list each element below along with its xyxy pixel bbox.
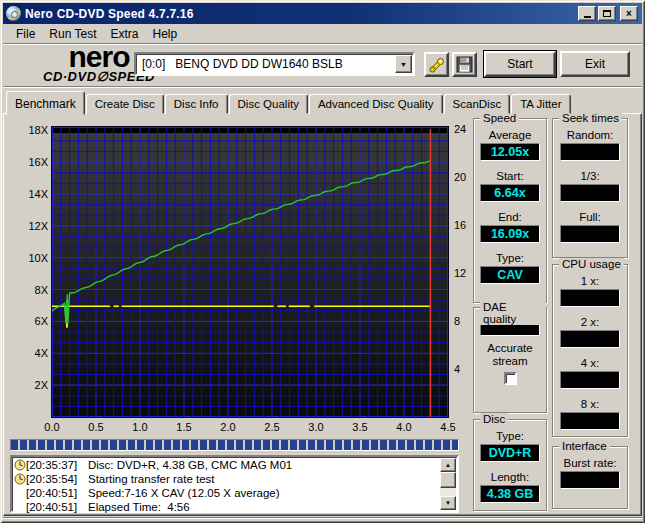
random-seek-label: Random: [567, 129, 614, 143]
chevron-down-icon: ▼ [400, 61, 407, 68]
log-box[interactable]: [20:35:37] Disc: DVD+R, 4.38 GB, CMC MAG… [10, 455, 459, 513]
y-axis-left-tick: 10X [18, 252, 48, 264]
menu-help[interactable]: Help [146, 25, 185, 43]
exit-button-label: Exit [585, 57, 605, 71]
status-bar [3, 517, 642, 519]
full-seek-value [560, 225, 620, 243]
drive-selector-combo[interactable]: [0:0] BENQ DVD DD DW1640 BSLB ▼ [134, 52, 415, 76]
cpu-usage-panel: CPU usage 1 x: 2 x: 4 x: 8 x: [552, 264, 628, 437]
cpu-4x-value [560, 371, 620, 389]
log-row: [20:40:51] Elapsed Time: 4:56 [12, 500, 457, 513]
save-button[interactable] [452, 52, 477, 77]
average-speed-value: 12.05x [480, 143, 540, 161]
y-axis-left-tick: 18X [18, 124, 48, 136]
disc-length-value: 4.38 GB [480, 485, 540, 503]
start-button-label: Start [507, 57, 532, 71]
random-seek-value [560, 143, 620, 161]
log-message: Elapsed Time: 4:56 [88, 501, 190, 513]
x-axis-tick: 1.5 [171, 421, 197, 433]
cpu-4x-label: 4 x: [581, 357, 600, 371]
end-speed-value: 16.09x [480, 225, 540, 243]
log-message: Disc: DVD+R, 4.38 GB, CMC MAG M01 [88, 459, 292, 471]
y-axis-left-tick: 4X [18, 347, 48, 359]
tab-create-disc[interactable]: Create Disc [86, 94, 164, 114]
minimize-button[interactable] [578, 6, 596, 21]
x-axis-tick: 0.0 [39, 421, 65, 433]
cpu-2x-value [560, 330, 620, 348]
third-seek-value [560, 184, 620, 202]
log-row: [20:40:51] Speed:7-16 X CAV (12.05 X ave… [12, 486, 457, 499]
x-axis-tick: 0.5 [83, 421, 109, 433]
drive-selector-value: [0:0] BENQ DVD DD DW1640 BSLB [142, 57, 343, 71]
tab-strip: Benchmark Create Disc Disc Info Disc Qua… [6, 90, 572, 114]
y-axis-left-tick: 12X [18, 220, 48, 232]
log-timestamp: [20:35:54] [26, 473, 88, 485]
save-icon [456, 56, 473, 73]
menu-file[interactable]: File [9, 25, 42, 43]
close-button[interactable]: × [620, 6, 638, 21]
cpu-1x-label: 1 x: [581, 275, 600, 289]
cpu-1x-value [560, 289, 620, 307]
log-scrollbar[interactable]: ▲ ▼ [440, 458, 456, 510]
log-timestamp: [20:40:51] [26, 501, 88, 513]
speed-panel: Speed Average 12.05x Start: 6.64x End: 1… [473, 118, 547, 303]
scroll-down-button[interactable]: ▼ [440, 496, 456, 510]
tab-disc-info[interactable]: Disc Info [165, 94, 228, 114]
speed-type-value: CAV [480, 266, 540, 284]
maximize-button[interactable] [598, 6, 616, 21]
average-label: Average [489, 129, 532, 143]
scrollbar-thumb[interactable] [440, 472, 456, 488]
clock-icon [14, 473, 26, 485]
start-speed-value: 6.64x [480, 184, 540, 202]
x-axis-tick: 4.5 [435, 421, 461, 433]
dae-quality-panel: DAE quality Accuratestream [473, 307, 547, 413]
separator [3, 86, 642, 88]
test-progress-bar [10, 439, 459, 451]
title-bar[interactable]: Nero CD-DVD Speed 4.7.7.16 × [3, 3, 642, 24]
disc-panel: Disc Type: DVD+R Length: 4.38 GB [473, 419, 547, 511]
y-axis-left-tick: 2X [18, 379, 48, 391]
disc-length-label: Length: [491, 471, 529, 485]
arrow-up-icon: ▲ [445, 462, 451, 468]
window-title: Nero CD-DVD Speed 4.7.7.16 [25, 7, 194, 21]
end-label: End: [498, 211, 522, 225]
tab-ta-jitter[interactable]: TA Jitter [511, 94, 570, 114]
accurate-stream-label: Accuratestream [487, 342, 532, 368]
disc-type-label: Type: [496, 430, 524, 444]
app-window: Nero CD-DVD Speed 4.7.7.16 × File Run Te… [0, 0, 645, 523]
combo-dropdown-button[interactable]: ▼ [395, 55, 412, 73]
x-axis-tick: 3.0 [303, 421, 329, 433]
y-axis-left-tick: 8X [18, 284, 48, 296]
x-axis-tick: 1.0 [127, 421, 153, 433]
third-seek-label: 1/3: [580, 170, 599, 184]
accurate-stream-checkbox[interactable] [504, 372, 517, 385]
log-row: [20:35:37] Disc: DVD+R, 4.38 GB, CMC MAG… [12, 458, 457, 471]
dae-quality-title: DAE quality [480, 301, 546, 325]
cpu-8x-value [560, 412, 620, 430]
clock-icon [14, 459, 26, 471]
interface-panel-title: Interface [559, 440, 610, 452]
cpu-usage-title: CPU usage [559, 258, 624, 270]
tab-scandisc[interactable]: ScanDisc [444, 94, 511, 114]
tab-disc-quality[interactable]: Disc Quality [229, 94, 308, 114]
burst-rate-value [560, 471, 620, 489]
settings-button[interactable] [424, 52, 449, 77]
scroll-up-button[interactable]: ▲ [440, 458, 456, 472]
start-label: Start: [496, 170, 523, 184]
burst-rate-label: Burst rate: [563, 457, 616, 471]
exit-button[interactable]: Exit [560, 51, 630, 77]
x-axis-tick: 2.0 [215, 421, 241, 433]
log-message: Speed:7-16 X CAV (12.05 X average) [88, 487, 280, 499]
close-icon: × [626, 9, 632, 19]
start-button[interactable]: Start [484, 51, 556, 77]
tab-advanced-disc-quality[interactable]: Advanced Disc Quality [309, 94, 443, 114]
disc-panel-title: Disc [480, 413, 508, 425]
cpu-2x-label: 2 x: [581, 316, 600, 330]
interface-panel: Interface Burst rate: [552, 446, 628, 509]
x-axis-tick: 2.5 [259, 421, 285, 433]
x-axis-tick: 3.5 [347, 421, 373, 433]
y-axis-left-tick: 16X [18, 156, 48, 168]
maximize-icon [603, 10, 611, 17]
tab-benchmark[interactable]: Benchmark [6, 91, 85, 115]
full-seek-label: Full: [579, 211, 601, 225]
